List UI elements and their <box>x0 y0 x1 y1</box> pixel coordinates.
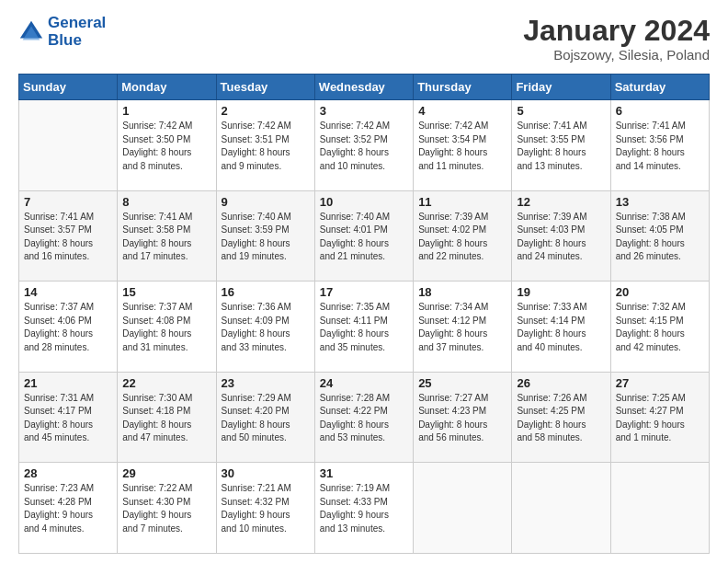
day-number: 13 <box>616 195 704 209</box>
calendar-week-row: 21Sunrise: 7:31 AM Sunset: 4:17 PM Dayli… <box>19 372 710 463</box>
calendar-header-row: SundayMondayTuesdayWednesdayThursdayFrid… <box>19 75 710 100</box>
day-number: 1 <box>122 104 210 118</box>
calendar-day-header: Wednesday <box>314 75 413 100</box>
logo-general: General <box>48 15 106 32</box>
day-number: 14 <box>24 285 112 299</box>
calendar-cell: 26Sunrise: 7:26 AM Sunset: 4:25 PM Dayli… <box>512 372 610 463</box>
calendar-cell <box>610 463 709 554</box>
day-number: 20 <box>616 285 704 299</box>
subtitle: Bojszowy, Silesia, Poland <box>523 47 710 63</box>
page: General Blue January 2024 Bojszowy, Sile… <box>0 0 728 563</box>
calendar-cell: 10Sunrise: 7:40 AM Sunset: 4:01 PM Dayli… <box>314 190 413 282</box>
day-info: Sunrise: 7:35 AM Sunset: 4:11 PM Dayligh… <box>320 301 408 354</box>
day-number: 28 <box>24 466 112 480</box>
calendar-cell: 23Sunrise: 7:29 AM Sunset: 4:20 PM Dayli… <box>216 372 314 463</box>
day-info: Sunrise: 7:41 AM Sunset: 3:57 PM Dayligh… <box>24 211 112 264</box>
day-info: Sunrise: 7:26 AM Sunset: 4:25 PM Dayligh… <box>517 392 605 445</box>
day-number: 10 <box>320 195 408 209</box>
calendar-week-row: 14Sunrise: 7:37 AM Sunset: 4:06 PM Dayli… <box>19 282 710 373</box>
day-info: Sunrise: 7:42 AM Sunset: 3:54 PM Dayligh… <box>418 120 506 173</box>
calendar-cell: 25Sunrise: 7:27 AM Sunset: 4:23 PM Dayli… <box>414 372 512 463</box>
day-info: Sunrise: 7:23 AM Sunset: 4:28 PM Dayligh… <box>24 482 112 535</box>
calendar-day-header: Tuesday <box>216 75 314 100</box>
day-info: Sunrise: 7:32 AM Sunset: 4:15 PM Dayligh… <box>616 301 704 354</box>
calendar-cell: 12Sunrise: 7:39 AM Sunset: 4:03 PM Dayli… <box>512 190 610 282</box>
calendar-day-header: Monday <box>118 75 216 100</box>
day-number: 25 <box>418 376 506 390</box>
day-number: 2 <box>222 104 310 118</box>
day-number: 5 <box>517 104 605 118</box>
day-number: 22 <box>122 376 210 390</box>
day-number: 29 <box>122 466 210 480</box>
calendar-cell: 31Sunrise: 7:19 AM Sunset: 4:33 PM Dayli… <box>314 463 413 554</box>
day-info: Sunrise: 7:28 AM Sunset: 4:22 PM Dayligh… <box>320 392 408 445</box>
day-info: Sunrise: 7:19 AM Sunset: 4:33 PM Dayligh… <box>320 482 408 535</box>
day-info: Sunrise: 7:42 AM Sunset: 3:51 PM Dayligh… <box>222 120 310 173</box>
calendar-cell: 2Sunrise: 7:42 AM Sunset: 3:51 PM Daylig… <box>216 100 314 191</box>
calendar-cell: 15Sunrise: 7:37 AM Sunset: 4:08 PM Dayli… <box>118 282 216 373</box>
day-info: Sunrise: 7:22 AM Sunset: 4:30 PM Dayligh… <box>122 482 210 535</box>
day-number: 27 <box>616 376 704 390</box>
calendar-cell: 8Sunrise: 7:41 AM Sunset: 3:58 PM Daylig… <box>118 190 216 282</box>
day-info: Sunrise: 7:39 AM Sunset: 4:03 PM Dayligh… <box>517 211 605 264</box>
day-info: Sunrise: 7:42 AM Sunset: 3:50 PM Dayligh… <box>122 120 210 173</box>
day-number: 15 <box>122 285 210 299</box>
day-info: Sunrise: 7:21 AM Sunset: 4:32 PM Dayligh… <box>222 482 310 535</box>
calendar-cell: 19Sunrise: 7:33 AM Sunset: 4:14 PM Dayli… <box>512 282 610 373</box>
calendar-table: SundayMondayTuesdayWednesdayThursdayFrid… <box>18 74 710 554</box>
calendar-week-row: 28Sunrise: 7:23 AM Sunset: 4:28 PM Dayli… <box>19 463 710 554</box>
day-number: 18 <box>418 285 506 299</box>
day-number: 26 <box>517 376 605 390</box>
day-info: Sunrise: 7:36 AM Sunset: 4:09 PM Dayligh… <box>222 301 310 354</box>
day-number: 12 <box>517 195 605 209</box>
day-number: 8 <box>122 195 210 209</box>
day-info: Sunrise: 7:37 AM Sunset: 4:06 PM Dayligh… <box>24 301 112 354</box>
calendar-day-header: Sunday <box>19 75 118 100</box>
calendar-cell: 24Sunrise: 7:28 AM Sunset: 4:22 PM Dayli… <box>314 372 413 463</box>
calendar-cell: 22Sunrise: 7:30 AM Sunset: 4:18 PM Dayli… <box>118 372 216 463</box>
day-number: 30 <box>222 466 310 480</box>
calendar-cell: 28Sunrise: 7:23 AM Sunset: 4:28 PM Dayli… <box>19 463 118 554</box>
day-number: 16 <box>222 285 310 299</box>
title-block: January 2024 Bojszowy, Silesia, Poland <box>523 15 710 63</box>
calendar-cell: 14Sunrise: 7:37 AM Sunset: 4:06 PM Dayli… <box>19 282 118 373</box>
day-info: Sunrise: 7:39 AM Sunset: 4:02 PM Dayligh… <box>418 211 506 264</box>
calendar-cell: 7Sunrise: 7:41 AM Sunset: 3:57 PM Daylig… <box>19 190 118 282</box>
day-number: 23 <box>222 376 310 390</box>
day-number: 7 <box>24 195 112 209</box>
logo-blue: Blue <box>48 32 106 50</box>
logo: General Blue <box>18 15 106 49</box>
day-info: Sunrise: 7:40 AM Sunset: 3:59 PM Dayligh… <box>222 211 310 264</box>
day-number: 21 <box>24 376 112 390</box>
calendar-cell: 4Sunrise: 7:42 AM Sunset: 3:54 PM Daylig… <box>414 100 512 191</box>
calendar-cell: 27Sunrise: 7:25 AM Sunset: 4:27 PM Dayli… <box>610 372 709 463</box>
day-info: Sunrise: 7:30 AM Sunset: 4:18 PM Dayligh… <box>122 392 210 445</box>
calendar-cell <box>512 463 610 554</box>
day-number: 11 <box>418 195 506 209</box>
calendar-day-header: Saturday <box>610 75 709 100</box>
day-info: Sunrise: 7:34 AM Sunset: 4:12 PM Dayligh… <box>418 301 506 354</box>
calendar-cell: 6Sunrise: 7:41 AM Sunset: 3:56 PM Daylig… <box>610 100 709 191</box>
day-info: Sunrise: 7:29 AM Sunset: 4:20 PM Dayligh… <box>222 392 310 445</box>
day-info: Sunrise: 7:41 AM Sunset: 3:56 PM Dayligh… <box>616 120 704 173</box>
calendar-cell: 11Sunrise: 7:39 AM Sunset: 4:02 PM Dayli… <box>414 190 512 282</box>
day-info: Sunrise: 7:31 AM Sunset: 4:17 PM Dayligh… <box>24 392 112 445</box>
calendar-cell: 1Sunrise: 7:42 AM Sunset: 3:50 PM Daylig… <box>118 100 216 191</box>
main-title: January 2024 <box>523 15 710 47</box>
calendar-cell: 29Sunrise: 7:22 AM Sunset: 4:30 PM Dayli… <box>118 463 216 554</box>
calendar-cell: 9Sunrise: 7:40 AM Sunset: 3:59 PM Daylig… <box>216 190 314 282</box>
day-number: 9 <box>222 195 310 209</box>
day-info: Sunrise: 7:41 AM Sunset: 3:55 PM Dayligh… <box>517 120 605 173</box>
day-number: 19 <box>517 285 605 299</box>
calendar-cell: 5Sunrise: 7:41 AM Sunset: 3:55 PM Daylig… <box>512 100 610 191</box>
day-info: Sunrise: 7:41 AM Sunset: 3:58 PM Dayligh… <box>122 211 210 264</box>
calendar-cell: 17Sunrise: 7:35 AM Sunset: 4:11 PM Dayli… <box>314 282 413 373</box>
calendar-cell: 21Sunrise: 7:31 AM Sunset: 4:17 PM Dayli… <box>19 372 118 463</box>
calendar-cell: 18Sunrise: 7:34 AM Sunset: 4:12 PM Dayli… <box>414 282 512 373</box>
header: General Blue January 2024 Bojszowy, Sile… <box>18 15 710 63</box>
calendar-day-header: Friday <box>512 75 610 100</box>
calendar-week-row: 1Sunrise: 7:42 AM Sunset: 3:50 PM Daylig… <box>19 100 710 191</box>
calendar-cell <box>414 463 512 554</box>
calendar-cell: 30Sunrise: 7:21 AM Sunset: 4:32 PM Dayli… <box>216 463 314 554</box>
calendar-cell <box>19 100 118 191</box>
